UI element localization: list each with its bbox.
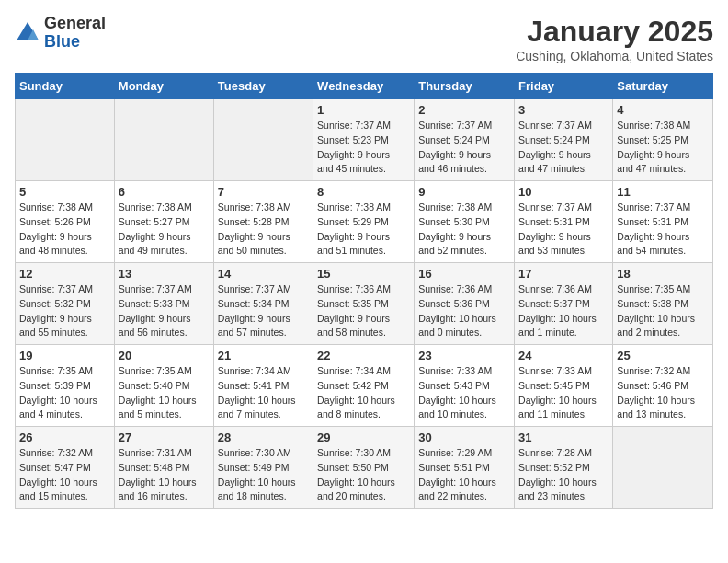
calendar-week-row: 26Sunrise: 7:32 AM Sunset: 5:47 PM Dayli… bbox=[16, 427, 713, 509]
calendar-cell bbox=[213, 99, 313, 181]
day-number: 6 bbox=[119, 185, 210, 199]
day-number: 12 bbox=[19, 267, 110, 281]
logo-blue: Blue bbox=[44, 33, 106, 52]
day-number: 21 bbox=[218, 349, 309, 362]
day-number: 22 bbox=[317, 349, 410, 362]
day-number: 14 bbox=[218, 267, 309, 281]
calendar-week-row: 5Sunrise: 7:38 AM Sunset: 5:26 PM Daylig… bbox=[16, 181, 713, 263]
day-detail: Sunrise: 7:35 AM Sunset: 5:40 PM Dayligh… bbox=[119, 364, 210, 422]
title-block: January 2025 Cushing, Oklahoma, United S… bbox=[516, 15, 713, 63]
day-detail: Sunrise: 7:37 AM Sunset: 5:34 PM Dayligh… bbox=[218, 282, 309, 340]
calendar-cell: 4Sunrise: 7:38 AM Sunset: 5:25 PM Daylig… bbox=[613, 99, 713, 181]
day-number: 4 bbox=[617, 103, 709, 117]
day-number: 20 bbox=[119, 349, 210, 362]
calendar-cell: 13Sunrise: 7:37 AM Sunset: 5:33 PM Dayli… bbox=[114, 263, 213, 345]
day-detail: Sunrise: 7:36 AM Sunset: 5:35 PM Dayligh… bbox=[317, 282, 410, 340]
day-number: 9 bbox=[418, 185, 510, 199]
calendar-cell: 19Sunrise: 7:35 AM Sunset: 5:39 PM Dayli… bbox=[16, 345, 115, 427]
day-number: 5 bbox=[19, 185, 110, 199]
day-detail: Sunrise: 7:37 AM Sunset: 5:24 PM Dayligh… bbox=[518, 119, 609, 177]
day-detail: Sunrise: 7:30 AM Sunset: 5:49 PM Dayligh… bbox=[218, 446, 309, 504]
calendar-table: SundayMondayTuesdayWednesdayThursdayFrid… bbox=[15, 73, 713, 509]
day-detail: Sunrise: 7:37 AM Sunset: 5:24 PM Dayligh… bbox=[418, 119, 510, 177]
day-number: 31 bbox=[518, 431, 609, 444]
calendar-cell: 12Sunrise: 7:37 AM Sunset: 5:32 PM Dayli… bbox=[16, 263, 115, 345]
logo-icon bbox=[15, 20, 40, 46]
day-number: 8 bbox=[317, 185, 410, 199]
day-number: 24 bbox=[518, 349, 609, 362]
weekday-header: Sunday bbox=[16, 74, 115, 99]
month-title: January 2025 bbox=[516, 15, 713, 49]
day-detail: Sunrise: 7:37 AM Sunset: 5:31 PM Dayligh… bbox=[518, 201, 609, 259]
calendar-cell: 22Sunrise: 7:34 AM Sunset: 5:42 PM Dayli… bbox=[313, 345, 415, 427]
calendar-cell: 30Sunrise: 7:29 AM Sunset: 5:51 PM Dayli… bbox=[415, 427, 515, 509]
day-number: 11 bbox=[617, 185, 709, 199]
day-detail: Sunrise: 7:37 AM Sunset: 5:31 PM Dayligh… bbox=[617, 201, 709, 259]
day-detail: Sunrise: 7:38 AM Sunset: 5:28 PM Dayligh… bbox=[218, 201, 309, 259]
day-detail: Sunrise: 7:38 AM Sunset: 5:29 PM Dayligh… bbox=[317, 201, 410, 259]
weekday-header: Saturday bbox=[613, 74, 713, 99]
calendar-cell: 17Sunrise: 7:36 AM Sunset: 5:37 PM Dayli… bbox=[515, 263, 613, 345]
day-number: 10 bbox=[518, 185, 609, 199]
weekday-header: Tuesday bbox=[213, 74, 313, 99]
calendar-week-row: 19Sunrise: 7:35 AM Sunset: 5:39 PM Dayli… bbox=[16, 345, 713, 427]
day-number: 7 bbox=[218, 185, 309, 199]
day-number: 30 bbox=[418, 431, 510, 444]
day-number: 19 bbox=[19, 349, 110, 362]
calendar-cell: 5Sunrise: 7:38 AM Sunset: 5:26 PM Daylig… bbox=[16, 181, 115, 263]
calendar-cell: 9Sunrise: 7:38 AM Sunset: 5:30 PM Daylig… bbox=[415, 181, 515, 263]
weekday-header: Friday bbox=[515, 74, 613, 99]
calendar-cell: 2Sunrise: 7:37 AM Sunset: 5:24 PM Daylig… bbox=[415, 99, 515, 181]
day-detail: Sunrise: 7:31 AM Sunset: 5:48 PM Dayligh… bbox=[119, 446, 210, 504]
day-number: 28 bbox=[218, 431, 309, 444]
day-detail: Sunrise: 7:38 AM Sunset: 5:25 PM Dayligh… bbox=[617, 119, 709, 177]
day-detail: Sunrise: 7:28 AM Sunset: 5:52 PM Dayligh… bbox=[518, 446, 609, 504]
day-number: 3 bbox=[518, 103, 609, 117]
calendar-cell bbox=[16, 99, 115, 181]
day-number: 17 bbox=[518, 267, 609, 281]
day-detail: Sunrise: 7:33 AM Sunset: 5:43 PM Dayligh… bbox=[418, 364, 510, 422]
calendar-week-row: 1Sunrise: 7:37 AM Sunset: 5:23 PM Daylig… bbox=[16, 99, 713, 181]
day-number: 1 bbox=[317, 103, 410, 117]
calendar-cell: 3Sunrise: 7:37 AM Sunset: 5:24 PM Daylig… bbox=[515, 99, 613, 181]
day-detail: Sunrise: 7:34 AM Sunset: 5:42 PM Dayligh… bbox=[317, 364, 410, 422]
day-number: 2 bbox=[418, 103, 510, 117]
day-number: 26 bbox=[19, 431, 110, 444]
day-detail: Sunrise: 7:38 AM Sunset: 5:27 PM Dayligh… bbox=[119, 201, 210, 259]
calendar-cell: 15Sunrise: 7:36 AM Sunset: 5:35 PM Dayli… bbox=[313, 263, 415, 345]
calendar-cell: 14Sunrise: 7:37 AM Sunset: 5:34 PM Dayli… bbox=[213, 263, 313, 345]
calendar-cell bbox=[613, 427, 713, 509]
calendar-cell: 31Sunrise: 7:28 AM Sunset: 5:52 PM Dayli… bbox=[515, 427, 613, 509]
day-detail: Sunrise: 7:37 AM Sunset: 5:33 PM Dayligh… bbox=[119, 282, 210, 340]
day-number: 15 bbox=[317, 267, 410, 281]
day-detail: Sunrise: 7:36 AM Sunset: 5:37 PM Dayligh… bbox=[518, 282, 609, 340]
day-detail: Sunrise: 7:35 AM Sunset: 5:39 PM Dayligh… bbox=[19, 364, 110, 422]
day-detail: Sunrise: 7:37 AM Sunset: 5:23 PM Dayligh… bbox=[317, 119, 410, 177]
calendar-cell: 10Sunrise: 7:37 AM Sunset: 5:31 PM Dayli… bbox=[515, 181, 613, 263]
day-number: 27 bbox=[119, 431, 210, 444]
day-number: 16 bbox=[418, 267, 510, 281]
day-detail: Sunrise: 7:37 AM Sunset: 5:32 PM Dayligh… bbox=[19, 282, 110, 340]
day-detail: Sunrise: 7:38 AM Sunset: 5:26 PM Dayligh… bbox=[19, 201, 110, 259]
day-number: 13 bbox=[119, 267, 210, 281]
calendar-cell: 29Sunrise: 7:30 AM Sunset: 5:50 PM Dayli… bbox=[313, 427, 415, 509]
calendar-cell: 28Sunrise: 7:30 AM Sunset: 5:49 PM Dayli… bbox=[213, 427, 313, 509]
calendar-cell: 18Sunrise: 7:35 AM Sunset: 5:38 PM Dayli… bbox=[613, 263, 713, 345]
calendar-cell: 11Sunrise: 7:37 AM Sunset: 5:31 PM Dayli… bbox=[613, 181, 713, 263]
calendar-cell: 21Sunrise: 7:34 AM Sunset: 5:41 PM Dayli… bbox=[213, 345, 313, 427]
calendar-cell: 26Sunrise: 7:32 AM Sunset: 5:47 PM Dayli… bbox=[16, 427, 115, 509]
calendar-cell bbox=[114, 99, 213, 181]
logo-text: General Blue bbox=[44, 15, 106, 52]
day-detail: Sunrise: 7:38 AM Sunset: 5:30 PM Dayligh… bbox=[418, 201, 510, 259]
calendar-cell: 23Sunrise: 7:33 AM Sunset: 5:43 PM Dayli… bbox=[415, 345, 515, 427]
day-detail: Sunrise: 7:29 AM Sunset: 5:51 PM Dayligh… bbox=[418, 446, 510, 504]
day-detail: Sunrise: 7:32 AM Sunset: 5:47 PM Dayligh… bbox=[19, 446, 110, 504]
weekday-header: Monday bbox=[114, 74, 213, 99]
day-detail: Sunrise: 7:33 AM Sunset: 5:45 PM Dayligh… bbox=[518, 364, 609, 422]
day-detail: Sunrise: 7:36 AM Sunset: 5:36 PM Dayligh… bbox=[418, 282, 510, 340]
day-detail: Sunrise: 7:30 AM Sunset: 5:50 PM Dayligh… bbox=[317, 446, 410, 504]
day-detail: Sunrise: 7:34 AM Sunset: 5:41 PM Dayligh… bbox=[218, 364, 309, 422]
calendar-cell: 1Sunrise: 7:37 AM Sunset: 5:23 PM Daylig… bbox=[313, 99, 415, 181]
weekday-header: Thursday bbox=[415, 74, 515, 99]
calendar-cell: 6Sunrise: 7:38 AM Sunset: 5:27 PM Daylig… bbox=[114, 181, 213, 263]
